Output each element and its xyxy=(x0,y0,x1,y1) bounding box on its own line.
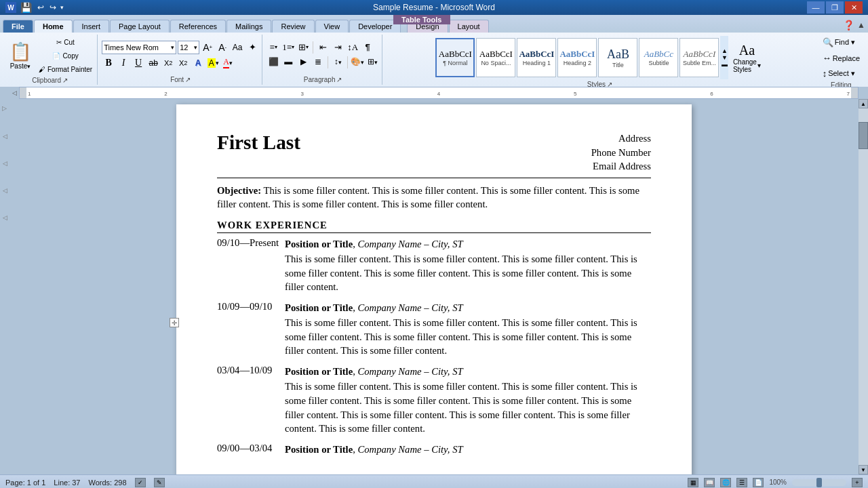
ribbon-content: 📋 Paste▾ ✂ Cut 📄 Copy 🖌 Format Painter xyxy=(0,33,868,87)
change-case-btn[interactable]: Aa xyxy=(231,41,244,54)
styles-scroll-down[interactable]: ▼ xyxy=(722,54,728,61)
paragraph-label: Paragraph ↗ xyxy=(304,76,342,83)
align-right-btn[interactable]: ▶ xyxy=(296,56,310,68)
styles-label: Styles ↗ xyxy=(587,81,612,87)
para-separator-3 xyxy=(347,56,348,68)
style-normal-sample: AaBbCcI xyxy=(439,49,472,60)
quick-access-save[interactable]: 💾 xyxy=(20,2,32,13)
shading-btn[interactable]: 🎨▾ xyxy=(351,56,364,68)
status-bar: Page: 1 of 1 Line: 37 Words: 298 ✓ ✎ ▦ 📖… xyxy=(0,474,868,488)
tab-file[interactable]: File xyxy=(3,20,33,33)
multilevel-btn[interactable]: ⊞▾ xyxy=(296,41,310,54)
style-no-spacing-label: No Spaci... xyxy=(481,60,511,66)
bullets-btn[interactable]: ≡▾ xyxy=(267,41,280,54)
view-outline-icon[interactable]: ☰ xyxy=(736,478,747,487)
styles-scroll-up[interactable]: ▲ xyxy=(722,47,728,54)
style-no-spacing[interactable]: AaBbCcI No Spaci... xyxy=(476,38,515,77)
text-effects-btn[interactable]: A xyxy=(191,57,205,69)
numbering-btn[interactable]: 1≡▾ xyxy=(281,41,295,54)
scroll-thumb[interactable] xyxy=(859,122,868,149)
increase-indent-btn[interactable]: ⇥ xyxy=(331,41,344,54)
view-draft-icon[interactable]: 📄 xyxy=(753,478,764,487)
quick-access-undo[interactable]: ↩ xyxy=(37,3,44,12)
align-left-btn[interactable]: ⬛ xyxy=(267,56,280,68)
replace-btn[interactable]: ↔ Replace xyxy=(820,52,863,64)
show-hide-btn[interactable]: ¶ xyxy=(361,41,374,54)
sort-btn[interactable]: ↕A xyxy=(346,41,359,54)
ribbon-toggle-icon[interactable]: ▲ xyxy=(857,20,865,30)
document-scroll-area[interactable]: ✛ First Last Address Phone Number Email … xyxy=(9,99,859,474)
strikethrough-btn[interactable]: ab xyxy=(146,57,160,69)
zoom-in-icon[interactable]: + xyxy=(852,478,863,487)
work-title-company-3: Position or Title, Company Name – City, … xyxy=(285,365,651,379)
font-name-selector[interactable]: Times New Rom ▾ xyxy=(102,41,176,54)
scroll-up-btn[interactable]: ▲ xyxy=(859,99,868,108)
quick-access-redo[interactable]: ↪ xyxy=(50,3,56,12)
ruler-arrow: ◁ xyxy=(9,89,19,96)
tab-layout[interactable]: Layout xyxy=(449,20,489,33)
superscript-btn[interactable]: X2 xyxy=(176,57,190,69)
tab-mailings[interactable]: Mailings xyxy=(226,20,271,33)
view-web-icon[interactable]: 🌐 xyxy=(720,478,731,487)
cut-btn[interactable]: ✂ Cut xyxy=(37,36,94,48)
align-center-btn[interactable]: ▬ xyxy=(281,56,295,68)
cut-label: Cut xyxy=(64,39,75,46)
underline-btn[interactable]: U xyxy=(132,57,145,69)
tab-home[interactable]: Home xyxy=(34,20,73,33)
tab-references[interactable]: References xyxy=(170,20,226,33)
paste-btn[interactable]: 📋 Paste▾ xyxy=(5,37,35,74)
restore-btn[interactable]: ❐ xyxy=(826,1,844,14)
select-btn[interactable]: ↕ Select ▾ xyxy=(820,67,863,80)
format-painter-btn[interactable]: 🖌 Format Painter xyxy=(37,63,94,75)
italic-btn[interactable]: I xyxy=(117,57,130,69)
view-normal-icon[interactable]: ▦ xyxy=(688,478,698,487)
track-changes-icon[interactable]: ✎ xyxy=(154,478,165,487)
table-move-handle[interactable]: ✛ xyxy=(170,318,179,327)
shrink-font-btn[interactable]: A- xyxy=(216,41,229,54)
bold-btn[interactable]: B xyxy=(102,57,115,69)
change-styles-btn[interactable]: Aa ChangeStyles ▾ xyxy=(730,37,764,78)
tab-review[interactable]: Review xyxy=(272,20,314,33)
tab-insert[interactable]: Insert xyxy=(73,20,110,33)
line-spacing-btn[interactable]: ↕▾ xyxy=(331,56,344,68)
scroll-down-btn[interactable]: ▼ xyxy=(859,465,868,474)
style-title[interactable]: AaB Title xyxy=(598,38,637,77)
style-heading2[interactable]: AaBbCcI Heading 2 xyxy=(557,38,597,77)
style-normal[interactable]: AaBbCcI ¶ Normal xyxy=(435,38,475,77)
work-entry-1: 09/10—Present Position or Title, Company… xyxy=(217,237,651,294)
close-btn[interactable]: ✕ xyxy=(845,1,863,14)
tab-page-layout[interactable]: Page Layout xyxy=(110,20,170,33)
styles-scroll[interactable]: ▲ ▼ ▬ xyxy=(720,36,728,79)
subscript-btn[interactable]: X2 xyxy=(161,57,175,69)
clear-format-btn[interactable]: ✦ xyxy=(245,41,259,54)
highlight-btn[interactable]: A▾ xyxy=(206,57,220,69)
view-reading-icon[interactable]: 📖 xyxy=(704,478,715,487)
copy-btn[interactable]: 📄 Copy xyxy=(37,49,94,62)
font-color-btn[interactable]: A▾ xyxy=(221,57,235,69)
decrease-indent-btn[interactable]: ⇤ xyxy=(316,41,330,54)
paragraph-expand-icon[interactable]: ↗ xyxy=(336,76,342,83)
proofing-icon[interactable]: ✓ xyxy=(135,478,146,487)
style-heading1[interactable]: AaBbCcI Heading 1 xyxy=(517,38,556,77)
quick-access-dropdown[interactable]: ▾ xyxy=(60,4,64,11)
style-subtle-em[interactable]: AaBbCcI Subtle Em... xyxy=(679,38,719,77)
find-btn[interactable]: 🔍 Find ▾ xyxy=(820,36,863,49)
work-company-2: Company Name – City, ST xyxy=(358,302,463,313)
font-expand-icon[interactable]: ↗ xyxy=(185,76,191,83)
format-painter-label: Format Painter xyxy=(47,66,92,73)
justify-btn[interactable]: ≣ xyxy=(311,56,325,68)
tab-view[interactable]: View xyxy=(315,20,349,33)
styles-more[interactable]: ▬ xyxy=(722,61,728,68)
zoom-slider[interactable] xyxy=(792,479,846,486)
grow-font-btn[interactable]: A+ xyxy=(201,41,214,54)
styles-expand-icon[interactable]: ↗ xyxy=(607,81,612,87)
borders-btn[interactable]: ⊞▾ xyxy=(366,56,379,68)
work-experience-section: WORK EXPERIENCE 09/10—Present Position o… xyxy=(217,220,651,456)
scroll-track[interactable] xyxy=(859,108,868,465)
font-size-selector[interactable]: 12 ▾ xyxy=(178,41,199,54)
style-subtitle[interactable]: AaBbCc Subtitle xyxy=(639,38,678,77)
clipboard-expand-icon[interactable]: ↗ xyxy=(62,77,68,84)
window-title: Sample Resume - Microsoft Word xyxy=(373,3,495,12)
minimize-btn[interactable]: — xyxy=(807,1,825,14)
help-icon[interactable]: ❓ xyxy=(843,20,854,31)
